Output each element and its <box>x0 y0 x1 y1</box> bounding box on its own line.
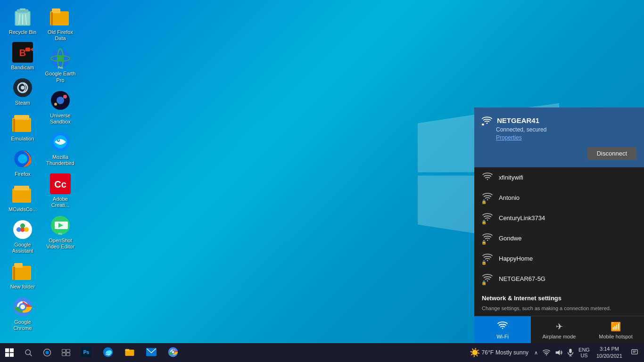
wifi-network-name-xfinity: xfinitywifi <box>499 174 523 181</box>
weather-condition: Mostly sunny <box>495 349 528 356</box>
volume-icon[interactable] <box>553 343 564 362</box>
svg-point-31 <box>20 304 25 309</box>
svg-text:Pro: Pro <box>58 232 62 235</box>
wifi-signal-locked-icon-3: 🔒 <box>482 233 493 244</box>
firefox-label: Firefox <box>15 171 31 177</box>
wifi-toggle-button[interactable]: Wi-Fi <box>474 316 531 343</box>
task-view-button[interactable] <box>57 343 75 362</box>
mobile-hotspot-icon: 📶 <box>611 321 621 332</box>
svg-rect-34 <box>51 12 53 25</box>
svg-rect-19 <box>14 186 29 190</box>
taskbar-app-chrome-taskbar[interactable] <box>162 343 184 362</box>
wifi-signal-icon <box>482 172 493 183</box>
svg-rect-72 <box>62 349 66 352</box>
google-chrome-label: Google Chrome <box>6 319 40 331</box>
svg-point-23 <box>24 227 29 232</box>
svg-point-59 <box>487 219 488 221</box>
wifi-disconnect-button[interactable]: Disconnect <box>587 147 636 160</box>
icon-google-assistant[interactable]: Google Assistant <box>4 216 41 257</box>
google-chrome-image <box>12 296 33 317</box>
wifi-connected-section: NETGEAR41 Connected, secured Properties … <box>474 107 644 167</box>
icon-google-chrome[interactable]: Google Chrome <box>4 294 41 334</box>
wifi-properties-link[interactable]: Properties <box>482 134 522 141</box>
icon-old-firefox[interactable]: Old Firefox Data <box>41 4 79 44</box>
steam-image <box>12 77 33 98</box>
microphone-icon[interactable] <box>565 343 576 362</box>
language-indicator[interactable]: ENG US <box>577 343 592 362</box>
svg-rect-66 <box>5 353 9 357</box>
airplane-mode-icon: ✈ <box>556 321 563 332</box>
svg-point-63 <box>502 328 504 329</box>
connected-network-name: NETGEAR41 <box>482 115 636 125</box>
svg-rect-18 <box>12 189 31 203</box>
wifi-signal-locked-icon-2: 🔒 <box>482 213 493 223</box>
wifi-signal-locked-icon: 🔒 <box>482 192 493 203</box>
icon-bandicam[interactable]: B Bandicam <box>4 39 41 74</box>
notification-center-button[interactable] <box>627 343 642 362</box>
weather-widget[interactable]: ☀️ 76°F Mostly sunny <box>466 347 533 358</box>
wifi-network-name-centurylink: CenturyLink3734 <box>499 214 545 222</box>
system-clock[interactable]: 3:14 PM 10/20/2021 <box>593 343 626 362</box>
icon-mcvidisco[interactable]: MCvidsCo... <box>4 181 41 215</box>
google-assistant-label: Google Assistant <box>6 242 40 254</box>
wifi-network-xfinitywifi[interactable]: xfinitywifi <box>474 167 644 188</box>
wifi-bottom-controls: Wi-Fi ✈ Airplane mode 📶 Mobile hotspot <box>474 316 644 343</box>
svg-point-55 <box>487 123 488 124</box>
taskbar-app-photoshop[interactable]: Ps <box>75 343 97 362</box>
wifi-network-antonio[interactable]: 🔒 Antonio <box>474 188 644 208</box>
icon-universe-sandbox[interactable]: Universe Sandbox <box>41 87 79 128</box>
svg-rect-80 <box>125 349 129 351</box>
adobe-creative-label: Adobe Creati... <box>43 196 77 208</box>
svg-rect-2 <box>20 8 25 10</box>
emulation-label: Emulation <box>11 136 34 142</box>
taskbar-app-edge[interactable] <box>97 343 119 362</box>
svg-rect-73 <box>66 349 70 352</box>
wifi-signal-locked-icon-4: 🔒 <box>482 253 493 264</box>
google-earth-label: Google Earth Pro <box>43 71 77 83</box>
show-hidden-icons-button[interactable]: ∧ <box>532 343 540 362</box>
wifi-network-netgear67[interactable]: 🔒 NETGEAR67-5G <box>474 269 644 289</box>
icon-steam[interactable]: Steam <box>4 74 41 109</box>
wifi-network-centurylink[interactable]: 🔒 CenturyLink3734 <box>474 208 644 228</box>
firefox-image <box>12 148 33 169</box>
svg-point-12 <box>21 86 25 90</box>
wifi-signal-locked-icon-5: 🔒 <box>482 273 493 284</box>
taskbar-pinned-apps: Ps <box>75 343 466 362</box>
wifi-network-name-antonio: Antonio <box>499 194 520 201</box>
new-folder-label: New folder <box>10 284 35 290</box>
icon-openshot[interactable]: Pro OpenShot Video Editor <box>41 212 79 253</box>
svg-rect-26 <box>14 263 23 268</box>
svg-rect-65 <box>10 348 14 352</box>
cortana-button[interactable] <box>38 343 57 362</box>
svg-text:Pro: Pro <box>58 66 63 69</box>
wifi-network-gondwe[interactable]: 🔒 Gondwe <box>474 228 644 248</box>
steam-label: Steam <box>15 100 30 106</box>
openshot-label: OpenShot Video Editor <box>43 238 77 250</box>
wifi-network-happyhome[interactable]: 🔒 HappyHome <box>474 248 644 269</box>
taskbar-app-file-explorer[interactable] <box>119 343 140 362</box>
icon-google-earth[interactable]: Pro Google Earth Pro <box>41 45 79 86</box>
clock-date: 10/20/2021 <box>596 353 622 360</box>
svg-rect-27 <box>13 267 15 280</box>
taskbar-app-mail[interactable] <box>140 343 162 362</box>
icon-new-folder[interactable]: New folder <box>4 258 41 293</box>
start-button[interactable] <box>0 343 19 362</box>
airplane-mode-button[interactable]: ✈ Airplane mode <box>531 316 587 343</box>
icon-recycle-bin[interactable]: Recycle Bin <box>4 4 41 38</box>
icon-adobe-creative[interactable]: Cc Adobe Creati... <box>41 171 79 211</box>
svg-point-85 <box>172 351 174 353</box>
mobile-hotspot-label: Mobile hotspot <box>599 334 633 339</box>
search-button[interactable] <box>19 343 38 362</box>
icon-emulation[interactable]: Emulation <box>4 110 41 145</box>
thunderbird-label: Mozilla Thunderbird <box>43 154 77 166</box>
bandicam-label: Bandicam <box>11 65 34 71</box>
mobile-hotspot-button[interactable]: 📶 Mobile hotspot <box>587 316 644 343</box>
wifi-network-settings-link[interactable]: Network & Internet settings <box>474 289 644 305</box>
svg-point-58 <box>487 199 488 200</box>
network-icon[interactable] <box>541 343 552 362</box>
svg-point-44 <box>54 103 57 106</box>
icon-thunderbird[interactable]: Mozilla Thunderbird <box>41 129 79 169</box>
clock-time: 3:14 PM <box>600 346 619 353</box>
icon-firefox[interactable]: Firefox <box>4 146 41 180</box>
adobe-creative-image: Cc <box>50 173 71 194</box>
